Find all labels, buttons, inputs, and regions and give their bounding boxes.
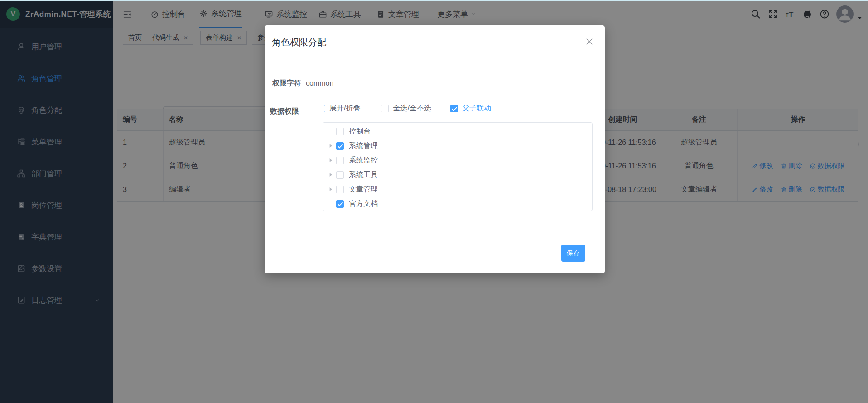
tree-node-控制台[interactable]: 控制台 — [323, 124, 592, 139]
tree-node-label: 系统工具 — [349, 170, 378, 180]
checkbox-icon[interactable] — [336, 128, 344, 135]
checkbox-icon[interactable] — [336, 157, 344, 164]
checkbox-icon[interactable] — [450, 105, 458, 112]
tree-node-系统管理[interactable]: 系统管理 — [323, 139, 592, 153]
tree-node-label: 官方文档 — [349, 199, 378, 209]
role-permission-dialog: 角色权限分配 权限字符 common 数据权限 展开/折叠全选/全不选父子联动 … — [265, 25, 605, 273]
checkbox-icon[interactable] — [336, 200, 344, 208]
checkbox-icon[interactable] — [336, 171, 344, 179]
option-label: 全选/全不选 — [393, 104, 431, 113]
tree-node-系统工具[interactable]: 系统工具 — [323, 168, 592, 182]
checkbox-icon[interactable] — [381, 105, 389, 112]
caret-right-icon[interactable] — [328, 186, 334, 192]
option-父子联动[interactable]: 父子联动 — [450, 104, 491, 113]
tree-node-label: 文章管理 — [349, 185, 378, 194]
tree-node-label: 控制台 — [349, 127, 371, 136]
option-全选/全不选[interactable]: 全选/全不选 — [381, 104, 431, 113]
option-label: 父子联动 — [462, 104, 491, 113]
caret-right-icon[interactable] — [328, 172, 334, 178]
checkbox-icon[interactable] — [318, 105, 325, 112]
tree-option-checkboxes: 展开/折叠全选/全不选父子联动 — [318, 104, 491, 113]
tree-node-系统监控[interactable]: 系统监控 — [323, 153, 592, 168]
checkbox-icon[interactable] — [336, 186, 344, 193]
save-button[interactable]: 保存 — [561, 245, 585, 262]
perm-char-label: 权限字符 — [272, 79, 301, 88]
close-icon[interactable] — [585, 37, 594, 46]
option-展开/折叠[interactable]: 展开/折叠 — [318, 104, 360, 113]
caret-right-icon[interactable] — [328, 157, 334, 163]
app-window: V ZrAdmin.NET-管理系统 用户管理角色管理角色分配菜单管理部门管理岗… — [0, 0, 868, 403]
option-label: 展开/折叠 — [329, 104, 360, 113]
progress-bar — [0, 0, 868, 1]
tree-node-官方文档[interactable]: 官方文档 — [323, 197, 592, 211]
checkbox-icon[interactable] — [336, 142, 344, 150]
tree-node-文章管理[interactable]: 文章管理 — [323, 182, 592, 197]
menu-permission-tree: 控制台系统管理系统监控系统工具文章管理官方文档 — [323, 122, 593, 211]
caret-right-icon[interactable] — [328, 143, 334, 149]
perm-char-value: common — [306, 79, 333, 87]
tree-node-label: 系统监控 — [349, 156, 378, 165]
data-scope-label: 数据权限 — [270, 107, 299, 116]
dialog-title: 角色权限分配 — [272, 36, 326, 48]
tree-node-label: 系统管理 — [349, 141, 378, 151]
